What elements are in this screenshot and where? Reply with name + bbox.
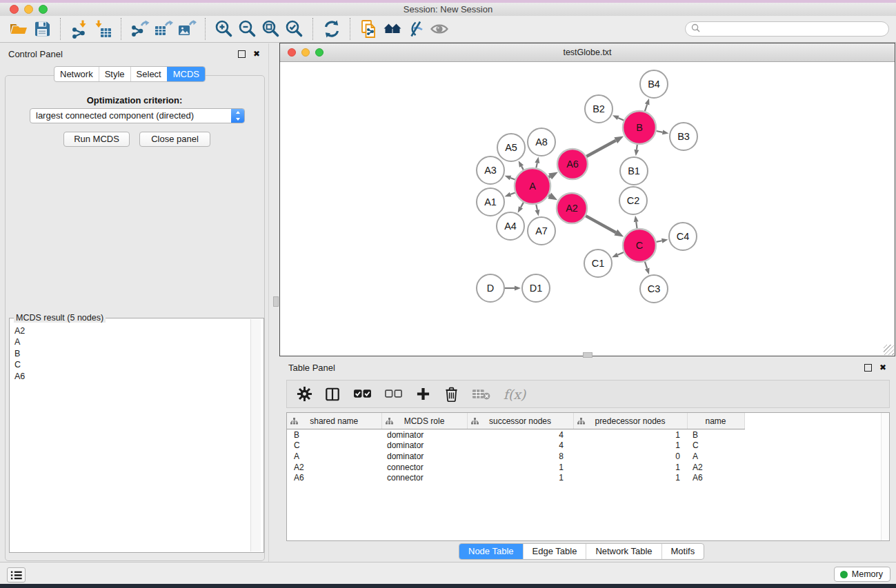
task-history-button[interactable] — [7, 567, 26, 582]
network-graph[interactable]: B4B2BB3A5A8A6B1A3AC2A1A2A4A7CC4C1C3DD1 — [280, 62, 895, 356]
tab-mcds[interactable]: MCDS — [167, 67, 205, 81]
search-input[interactable] — [700, 23, 883, 34]
column-header-predecessor-nodes[interactable]: predecessor nodes — [573, 413, 687, 429]
open-button[interactable] — [7, 18, 30, 40]
delete-button[interactable] — [441, 384, 461, 405]
table-settings-button[interactable] — [294, 384, 315, 405]
run-mcds-button[interactable]: Run MCDS — [63, 132, 130, 147]
edge-B-B3[interactable] — [656, 130, 668, 134]
apply-layout-button[interactable] — [320, 18, 344, 40]
list-item[interactable]: A — [14, 336, 250, 347]
node-D[interactable]: D — [477, 274, 504, 302]
node-B4[interactable]: B4 — [640, 70, 668, 98]
table-row-B[interactable]: Bdominator41B — [287, 429, 744, 440]
network-canvas[interactable]: B4B2BB3A5A8A6B1A3AC2A1A2A4A7CC4C1C3DD1 — [280, 62, 895, 356]
list-item[interactable]: A6 — [14, 371, 250, 382]
network-maximize-button[interactable] — [315, 48, 323, 57]
list-item[interactable]: B — [14, 348, 250, 359]
zoom-fit-button[interactable] — [259, 18, 283, 40]
node-C1[interactable]: C1 — [584, 250, 612, 277]
add-row-button[interactable] — [412, 384, 433, 405]
tab-node-table[interactable]: Node Table — [459, 544, 523, 559]
close-panel-icon[interactable]: ✖ — [879, 363, 886, 372]
node-A6[interactable]: A6 — [557, 149, 588, 179]
tab-network-table[interactable]: Network Table — [586, 544, 661, 559]
node-C2[interactable]: C2 — [619, 187, 647, 214]
zoom-selected-button[interactable] — [283, 18, 306, 40]
node-A5[interactable]: A5 — [497, 134, 525, 161]
node-A8[interactable]: A8 — [528, 128, 555, 156]
network-minimize-button[interactable] — [301, 48, 310, 57]
import-network-button[interactable] — [68, 18, 91, 40]
float-panel-icon[interactable] — [864, 364, 872, 372]
table-row-A2[interactable]: A2connector11A2 — [287, 462, 744, 473]
edge-D-D1[interactable] — [505, 286, 521, 291]
edge-A2-C[interactable] — [586, 216, 624, 236]
minimize-window-button[interactable] — [24, 5, 33, 14]
network-window-titlebar[interactable]: testGlobe.txt — [280, 43, 895, 62]
edge-A-A7[interactable] — [535, 204, 539, 216]
table-row-C[interactable]: Cdominator41C — [287, 440, 744, 452]
close-panel-button[interactable]: Close panel — [139, 132, 210, 147]
close-panel-icon[interactable]: ✖ — [253, 50, 260, 58]
node-A1[interactable]: A1 — [477, 188, 504, 216]
list-item[interactable]: C — [14, 359, 250, 370]
node-D1[interactable]: D1 — [522, 274, 550, 302]
close-window-button[interactable] — [10, 5, 19, 14]
tab-motifs[interactable]: Motifs — [661, 544, 704, 559]
export-table-button[interactable] — [152, 18, 175, 40]
column-header-name[interactable]: name — [687, 413, 744, 429]
edge-A-A3[interactable] — [505, 176, 515, 181]
zoom-out-button[interactable] — [236, 18, 259, 40]
zoom-in-button[interactable] — [212, 18, 236, 40]
deselect-all-button[interactable] — [381, 384, 405, 405]
node-C[interactable]: C — [623, 229, 656, 262]
node-B3[interactable]: B3 — [670, 123, 697, 150]
node-A7[interactable]: A7 — [528, 217, 555, 245]
function-builder-button[interactable]: f(x) — [500, 384, 529, 405]
node-B1[interactable]: B1 — [620, 157, 648, 185]
edge-A-A4[interactable] — [518, 203, 524, 213]
delete-table-button[interactable] — [469, 384, 492, 405]
table-row-A6[interactable]: A6connector11A6 — [287, 472, 744, 483]
edge-A-A6[interactable] — [548, 172, 558, 180]
export-image-button[interactable] — [175, 18, 199, 40]
node-A4[interactable]: A4 — [497, 212, 524, 240]
node-A[interactable]: A — [515, 168, 550, 204]
tab-select[interactable]: Select — [130, 67, 167, 81]
node-C4[interactable]: C4 — [669, 223, 697, 250]
memory-button[interactable]: Memory — [834, 567, 890, 582]
edge-A-A8[interactable] — [535, 157, 539, 168]
edge-B-B4[interactable] — [645, 99, 650, 111]
show-graphics-details-button[interactable] — [428, 18, 451, 40]
vertical-scrollbar-thumb[interactable] — [273, 296, 279, 307]
maximize-window-button[interactable] — [39, 5, 48, 14]
resize-grip[interactable] — [884, 345, 894, 355]
node-B2[interactable]: B2 — [585, 95, 613, 123]
horizontal-scrollbar-thumb[interactable] — [583, 352, 593, 358]
node-table-container[interactable]: shared nameMCDS rolesuccessor nodesprede… — [286, 412, 890, 541]
import-table-button[interactable] — [91, 18, 115, 40]
list-scrollbar[interactable] — [250, 319, 261, 551]
show-columns-button[interactable] — [322, 384, 343, 405]
node-table[interactable]: shared nameMCDS rolesuccessor nodesprede… — [287, 413, 745, 483]
column-header-successor-nodes[interactable]: successor nodes — [467, 413, 573, 429]
tab-edge-table[interactable]: Edge Table — [523, 544, 586, 559]
hide-graphics-details-button[interactable] — [404, 18, 428, 40]
table-row-A[interactable]: Adominator80A — [287, 451, 744, 462]
mcds-result-list[interactable]: A2ABCA6 — [9, 318, 264, 553]
column-header-mcds-role[interactable]: MCDS role — [381, 413, 467, 429]
edge-A-A1[interactable] — [505, 192, 515, 197]
edge-C-C4[interactable] — [656, 239, 668, 243]
edge-C-C3[interactable] — [645, 262, 650, 274]
tab-style[interactable]: Style — [99, 67, 130, 81]
edge-A6-B[interactable] — [586, 136, 624, 156]
network-close-button[interactable] — [288, 48, 296, 57]
edge-B-B2[interactable] — [613, 115, 624, 120]
edge-C-C1[interactable] — [612, 252, 624, 257]
main-titlebar[interactable]: Session: New Session — [0, 3, 896, 16]
edge-A-A5[interactable] — [519, 161, 524, 170]
tab-network[interactable]: Network — [54, 67, 99, 81]
list-item[interactable]: A2 — [14, 325, 250, 336]
float-panel-icon[interactable] — [238, 50, 246, 58]
